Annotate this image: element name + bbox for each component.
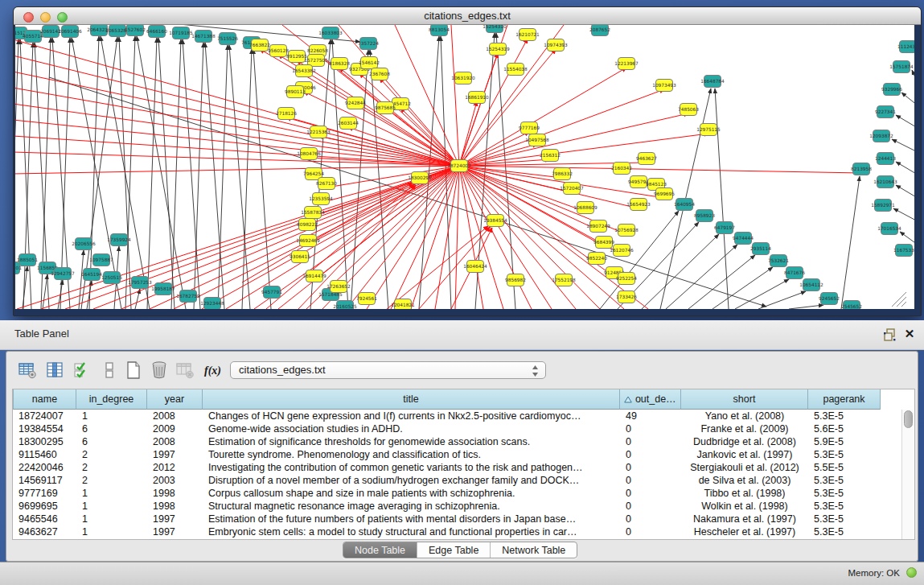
table-row[interactable]: 1456911722003Disruption of a novel membe… [13, 474, 902, 487]
graph-node[interactable]: 2545652 [841, 301, 862, 310]
graph-node[interactable]: 15654923 [626, 199, 651, 211]
graph-node[interactable]: 10974393 [544, 39, 568, 51]
close-traffic-light-icon[interactable] [23, 12, 34, 23]
graph-node[interactable]: 1112438 [897, 41, 914, 53]
graph-node[interactable]: 16210721 [515, 29, 540, 41]
graph-node[interactable]: 9856982 [505, 274, 526, 286]
graph-node[interactable]: 2367608 [369, 68, 390, 80]
graph-node[interactable]: 7924561 [356, 293, 377, 305]
graph-node[interactable]: 9242844 [345, 97, 366, 109]
graph-node[interactable]: 11554038 [503, 64, 528, 76]
graph-node[interactable]: 14692469 [296, 235, 320, 247]
graph-node[interactable]: 15587834 [301, 207, 325, 219]
float-panel-icon[interactable] [883, 328, 897, 342]
graph-node[interactable]: 9777169 [519, 122, 540, 134]
tab-node-table[interactable]: Node Table [343, 542, 417, 558]
graph-node[interactable]: 10719185 [169, 27, 193, 39]
graph-node[interactable]: 9890113 [285, 86, 306, 98]
column-header-title[interactable]: title [203, 389, 620, 410]
graph-node[interactable]: 17359924 [107, 234, 131, 246]
graph-node[interactable]: 14671388 [191, 31, 216, 43]
graph-node[interactable]: 10688609 [573, 202, 598, 214]
graph-node[interactable]: 16033803 [318, 27, 343, 39]
graph-node[interactable]: 15720407 [560, 183, 584, 195]
select-rows-icon[interactable] [72, 360, 92, 380]
graph-node[interactable]: 16648784 [700, 76, 725, 88]
vertical-scrollbar[interactable] [901, 410, 914, 539]
column-header-short[interactable]: short [681, 389, 808, 410]
table-row[interactable]: 1938455462009Genome-wide association stu… [13, 422, 902, 435]
graph-node[interactable]: 1733426 [616, 291, 637, 303]
graph-node[interactable]: 8813054 [429, 25, 450, 36]
graph-node[interactable]: 20160525 [333, 301, 357, 310]
graph-node[interactable]: 9474444 [733, 233, 754, 245]
graph-node[interactable]: 1250515 [101, 272, 122, 284]
minimize-traffic-light-icon[interactable] [40, 12, 51, 23]
graph-node[interactable]: 17263652 [326, 281, 351, 293]
graph-node[interactable]: 6479197 [714, 222, 735, 234]
graph-node[interactable]: 9699695 [654, 188, 675, 200]
column-header-year[interactable]: year [147, 389, 203, 410]
column-header-pagerank[interactable]: pagerank [808, 389, 881, 410]
graph-node[interactable]: 6466160 [146, 26, 167, 38]
memory-ok-indicator[interactable] [906, 567, 917, 578]
column-stack-icon[interactable] [100, 360, 119, 380]
graph-node[interactable]: 7986332 [552, 168, 573, 180]
graph-node[interactable]: 12215363 [306, 126, 331, 138]
graph-node[interactable]: 7485063 [678, 104, 699, 116]
graph-node[interactable]: 1244413 [875, 153, 896, 165]
graph-node[interactable]: 7515526 [217, 33, 238, 45]
tab-network-table[interactable]: Network Table [491, 542, 577, 558]
graph-node[interactable]: 15751874 [889, 61, 914, 73]
graph-node[interactable]: 15254319 [486, 43, 510, 56]
graph-node[interactable]: 9875685 [375, 102, 396, 114]
network-canvas[interactable]: 6315122405571420691412069140620643210106… [15, 25, 914, 309]
table-settings-icon[interactable] [18, 360, 37, 380]
graph-node[interactable]: 12975115 [696, 124, 721, 136]
graph-node[interactable]: 1167533 [893, 245, 914, 257]
graph-node[interactable]: 9252254 [616, 273, 637, 285]
table-row[interactable]: 977716911998Corpus callosum shape and si… [13, 487, 902, 500]
graph-node[interactable]: 9463627 [636, 153, 657, 165]
table-row[interactable]: 1872400712008Changes of HCN gene express… [13, 410, 902, 422]
network-window-titlebar[interactable]: citations_edges.txt [14, 7, 921, 25]
graph-node[interactable]: 2156312 [540, 150, 561, 162]
graph-node[interactable]: 19384554 [483, 215, 507, 227]
graph-node[interactable]: 1527602 [125, 25, 146, 36]
graph-node[interactable]: 2087652 [589, 25, 610, 36]
graph-node[interactable]: 8471676 [784, 267, 805, 279]
table-row[interactable]: 2242004622012Investigating the contribut… [13, 461, 902, 474]
graph-node[interactable]: 1885051 [17, 254, 38, 266]
graph-node[interactable]: 2603144 [338, 117, 359, 130]
graph-node[interactable]: 10497568 [525, 134, 549, 146]
graph-node[interactable]: 8958923 [694, 210, 715, 222]
graph-node[interactable]: 15254310 [483, 25, 507, 33]
graph-node[interactable]: 17016534 [877, 223, 901, 235]
graph-node[interactable]: 20206556 [72, 238, 96, 250]
graph-node[interactable]: 16210643 [873, 176, 897, 188]
graph-node[interactable]: 10631920 [451, 72, 475, 84]
graph-node[interactable]: 16543382 [292, 65, 316, 77]
graph-node[interactable]: 2935114 [750, 243, 771, 255]
graph-node[interactable]: 18300295 [408, 172, 432, 184]
graph-node[interactable]: 1645194 [81, 269, 102, 281]
graph-node[interactable]: 9684399 [593, 237, 614, 249]
graph-node[interactable]: 9329966 [881, 84, 902, 96]
column-header-in_degree[interactable]: in_degree [76, 389, 147, 410]
table-row[interactable]: 946362711997Embryonic stem cells: a mode… [13, 525, 902, 538]
close-panel-icon[interactable]: ✕ [902, 327, 917, 341]
table-row[interactable]: 911546021997Tourette syndrome. Phenomeno… [13, 448, 902, 461]
graph-node[interactable]: 10756928 [614, 225, 639, 237]
graph-node[interactable]: 18907249 [586, 220, 610, 233]
graph-node[interactable]: 10654112 [799, 279, 823, 291]
graph-node[interactable]: 16914479 [302, 270, 326, 282]
function-builder-icon[interactable]: f(x) [203, 360, 222, 380]
graph-node[interactable]: 10973493 [652, 80, 676, 92]
graph-node[interactable]: 7532621 [768, 255, 789, 267]
column-header-out_de[interactable]: out_de… [620, 389, 681, 410]
graph-node[interactable]: 17957253 [128, 277, 152, 289]
graph-node[interactable]: 2718126 [276, 108, 297, 120]
column-header-name[interactable]: name [13, 389, 76, 410]
graph-node[interactable]: 9245652 [819, 293, 840, 305]
graph-node[interactable]: 10975887 [89, 254, 113, 266]
